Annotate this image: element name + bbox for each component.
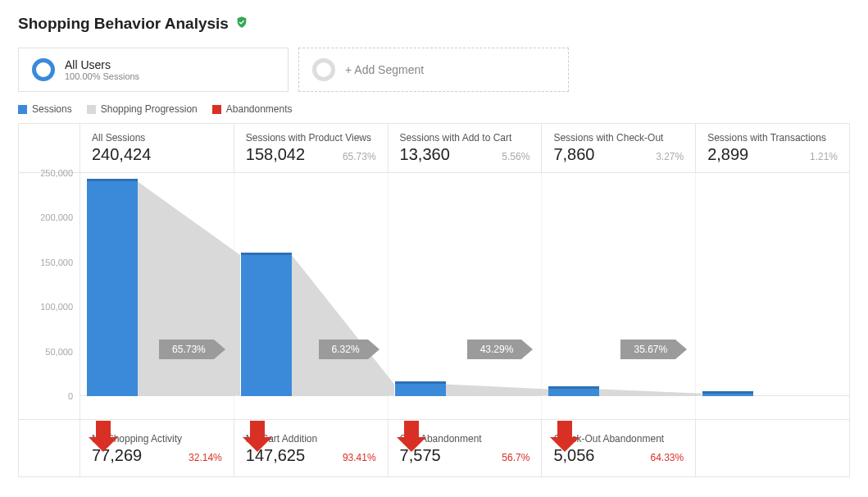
stage-label: All Sessions xyxy=(92,132,222,144)
legend-abandonments[interactable]: Abandonments xyxy=(212,103,293,115)
funnel-card: All Sessions 240,424 Sessions with Produ… xyxy=(18,123,850,477)
abandon-row: No Shopping Activity 77,269 32.14% No Ca… xyxy=(19,419,849,476)
stage-col-4 xyxy=(696,173,849,419)
stage-col-1: 6.32% xyxy=(234,173,389,419)
yaxis-tick: 50,000 xyxy=(45,347,73,357)
yaxis-tick: 200,000 xyxy=(40,212,73,222)
stage-col-0: 65.73% xyxy=(80,173,234,419)
legend-swatch-red-icon xyxy=(212,105,221,114)
stage-pct: 3.27% xyxy=(656,151,684,162)
abandon-pct: 32.14% xyxy=(189,452,222,463)
stage-head-1[interactable]: Sessions with Product Views 158,042 65.7… xyxy=(234,124,389,172)
transition-pct: 43.29% xyxy=(467,340,522,359)
yaxis: 250,000200,000150,000100,00050,0000 xyxy=(19,173,80,419)
yaxis-tick: 100,000 xyxy=(40,302,73,312)
legend-sessions-label: Sessions xyxy=(32,103,72,115)
chart-area: 250,000200,000150,000100,00050,0000 65.7… xyxy=(19,173,849,419)
stage-pct: 5.56% xyxy=(502,151,529,162)
stage-label: Sessions with Transactions xyxy=(707,132,838,144)
arrow-right-icon xyxy=(675,340,687,359)
transition-arrow: 43.29% xyxy=(467,340,534,359)
arrow-right-icon xyxy=(368,340,379,359)
svg-marker-2 xyxy=(446,384,548,396)
add-segment-button[interactable]: + Add Segment xyxy=(298,48,569,92)
arrow-right-icon xyxy=(521,340,533,359)
legend-swatch-grey-icon xyxy=(87,105,96,114)
legend-sessions[interactable]: Sessions xyxy=(18,103,72,115)
legend: Sessions Shopping Progression Abandonmen… xyxy=(18,103,850,115)
segment-empty-circle-icon xyxy=(312,58,335,81)
session-bar xyxy=(395,381,446,396)
stage-value: 240,424 xyxy=(92,145,151,164)
session-bar xyxy=(241,253,292,396)
stage-label: Sessions with Check-Out xyxy=(553,132,684,144)
legend-abandonments-label: Abandonments xyxy=(226,103,293,115)
yaxis-tick: 0 xyxy=(68,391,73,401)
session-bar xyxy=(87,179,138,396)
svg-marker-1 xyxy=(292,255,394,396)
abandon-pct: 56.7% xyxy=(502,452,529,463)
yaxis-spacer-bottom xyxy=(19,420,80,476)
page: Shopping Behavior Analysis All Users 100… xyxy=(0,0,868,497)
legend-progression-label: Shopping Progression xyxy=(101,103,198,115)
transition-pct: 6.32% xyxy=(319,340,368,359)
verified-shield-icon xyxy=(235,16,248,32)
transition-pct: 35.67% xyxy=(620,340,675,359)
yaxis-spacer xyxy=(19,124,80,172)
session-bar xyxy=(702,391,753,396)
stage-label: Sessions with Add to Cart xyxy=(400,132,530,144)
stage-head-3[interactable]: Sessions with Check-Out 7,860 3.27% xyxy=(542,124,696,172)
transition-arrow: 6.32% xyxy=(319,340,379,359)
segments-row: All Users 100.00% Sessions + Add Segment xyxy=(18,48,850,92)
abandon-cell-empty xyxy=(696,420,849,476)
add-segment-label: + Add Segment xyxy=(345,63,424,76)
transition-pct: 65.73% xyxy=(159,340,214,359)
stage-col-2: 43.29% xyxy=(389,173,543,419)
stage-head-0[interactable]: All Sessions 240,424 xyxy=(80,124,234,172)
legend-progression[interactable]: Shopping Progression xyxy=(87,103,198,115)
svg-marker-0 xyxy=(138,181,240,396)
title-row: Shopping Behavior Analysis xyxy=(18,15,850,33)
svg-marker-3 xyxy=(599,389,702,396)
stage-value: 13,360 xyxy=(400,145,450,164)
stage-value: 158,042 xyxy=(246,145,305,164)
stage-head-4[interactable]: Sessions with Transactions 2,899 1.21% xyxy=(696,124,849,172)
stage-col-3: 35.67% xyxy=(542,173,696,419)
abandon-pct: 64.33% xyxy=(650,452,684,463)
yaxis-tick: 150,000 xyxy=(40,258,73,267)
page-title: Shopping Behavior Analysis xyxy=(18,15,229,33)
transition-arrow: 35.67% xyxy=(620,340,687,359)
stage-headers: All Sessions 240,424 Sessions with Produ… xyxy=(19,124,849,173)
stage-pct: 1.21% xyxy=(810,151,838,162)
segment-name: All Users xyxy=(65,58,139,71)
stage-value: 2,899 xyxy=(707,145,748,164)
session-bar xyxy=(548,386,599,396)
abandon-pct: 93.41% xyxy=(343,452,376,463)
legend-swatch-blue-icon xyxy=(18,105,27,114)
arrow-right-icon xyxy=(214,340,225,359)
stage-value: 7,860 xyxy=(553,145,594,164)
segment-all-users[interactable]: All Users 100.00% Sessions xyxy=(18,48,289,92)
transition-arrow: 65.73% xyxy=(159,340,225,359)
stage-label: Sessions with Product Views xyxy=(246,132,376,144)
stage-head-2[interactable]: Sessions with Add to Cart 13,360 5.56% xyxy=(389,124,543,172)
stage-pct: 65.73% xyxy=(343,151,376,162)
segment-sub: 100.00% Sessions xyxy=(65,71,139,81)
yaxis-tick: 250,000 xyxy=(40,168,73,178)
segment-circle-icon xyxy=(32,58,55,81)
